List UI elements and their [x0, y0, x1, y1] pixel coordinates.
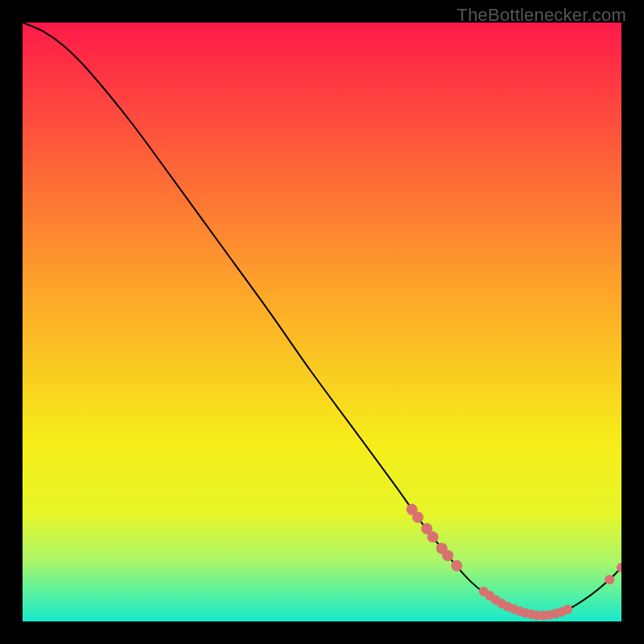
- gradient-background: [23, 23, 621, 621]
- chart-svg: [23, 23, 621, 621]
- data-point: [412, 512, 423, 523]
- data-point: [605, 575, 614, 584]
- data-point: [451, 560, 462, 572]
- chart-container: TheBottlenecker.com: [0, 0, 644, 644]
- data-point: [442, 550, 453, 561]
- data-point: [563, 605, 572, 614]
- plot-area: [23, 23, 621, 621]
- data-point: [427, 531, 439, 543]
